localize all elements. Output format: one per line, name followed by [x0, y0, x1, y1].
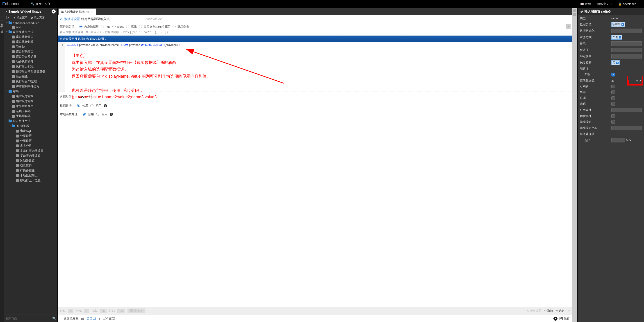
- prop-input[interactable]: [611, 126, 642, 130]
- source-radio[interactable]: [101, 25, 104, 28]
- back-button[interactable]: 返回流程图: [60, 317, 78, 321]
- pin-icon[interactable]: [580, 10, 583, 13]
- code-editor[interactable]: 1 SELECT province value, province name F…: [58, 42, 572, 92]
- add-page-button[interactable]: ⊕添加页面: [31, 16, 44, 19]
- tree-file[interactable]: 绝对尺寸布局: [4, 94, 58, 99]
- tree-file[interactable]: 表头分组: [4, 143, 58, 148]
- x-icon[interactable]: [639, 79, 642, 82]
- tree-file[interactable]: test: [4, 25, 58, 29]
- tree-file[interactable]: 水平垂直居中: [4, 104, 58, 109]
- stub-icon[interactable]: [573, 13, 576, 16]
- tree-folder[interactable]: 事件及动作用法: [4, 29, 58, 34]
- close-icon[interactable]: ✕: [568, 310, 570, 313]
- tree-file[interactable]: 分页设置: [4, 133, 58, 138]
- prop-select[interactable]: 无: [611, 60, 620, 65]
- tree-file[interactable]: 选项卡容器: [4, 109, 58, 114]
- source-radio[interactable]: [79, 25, 82, 28]
- source-radio[interactable]: [172, 25, 176, 28]
- form-settings-button[interactable]: ⚙ 表单设置: [527, 309, 541, 313]
- play-icon[interactable]: ▶: [554, 317, 558, 321]
- source-radio[interactable]: [112, 25, 116, 28]
- prop-input[interactable]: [611, 28, 642, 33]
- tree-file[interactable]: 脚本控制事件过程: [4, 84, 58, 89]
- tree-file[interactable]: 过滤器设置: [4, 158, 58, 163]
- ok-button[interactable]: ✎ 确定: [556, 309, 564, 313]
- redraw-button[interactable]: 重绘制表单: [128, 309, 144, 313]
- close-icon[interactable]: ×: [92, 10, 93, 14]
- tree-file[interactable]: 执行后台JS过程: [4, 79, 58, 84]
- add-menu-button[interactable]: ＋添加菜单: [13, 16, 28, 19]
- tree-file[interactable]: 多条件查询器设置: [4, 148, 58, 153]
- tab-active[interactable]: 输入域绑定数据源 108 ×: [58, 8, 96, 15]
- tree-file[interactable]: 动作执行条件: [4, 59, 58, 64]
- tree-file[interactable]: 窗口影响窗口: [4, 49, 58, 54]
- tree-folder[interactable]: 布局: [4, 89, 58, 94]
- source-radio[interactable]: [126, 25, 129, 28]
- tree-folder[interactable]: 官方组件用法: [4, 119, 58, 124]
- user-menu[interactable]: 🔒developer: [615, 2, 642, 6]
- vtab-global[interactable]: 全局设置: [0, 16, 4, 20]
- prop-checkbox[interactable]: [611, 102, 615, 106]
- tree-file[interactable]: 弹出帧: [4, 44, 58, 49]
- tree-folder[interactable]: 查询器: [4, 124, 58, 128]
- cancel-button[interactable]: ↶ 取消: [544, 309, 552, 313]
- tree-file[interactable]: 行操作按钮: [4, 168, 58, 173]
- info-icon[interactable]: i: [110, 113, 113, 116]
- prop-checkbox[interactable]: [611, 85, 615, 88]
- tree-file[interactable]: 本地数据加工: [4, 173, 58, 178]
- tree-file[interactable]: 提交后台前改变变量值: [4, 69, 58, 74]
- workbench-link[interactable]: 🔧开发工作台: [28, 2, 52, 6]
- format-banner[interactable]: 点击查看组件要求的数据格式说明: [58, 35, 572, 42]
- mock-disable-radio[interactable]: [77, 104, 80, 107]
- tree-file[interactable]: 分组设置: [4, 138, 58, 143]
- tree-file[interactable]: 后台校验: [4, 74, 58, 79]
- language-select[interactable]: 简体中文: [594, 2, 615, 6]
- prop-checkbox[interactable]: [611, 114, 615, 118]
- source-radio[interactable]: [139, 25, 142, 28]
- vtab-http[interactable]: 自定义 Http 接口: [0, 20, 4, 30]
- tree-file[interactable]: 窗口跳转窗口: [4, 34, 58, 39]
- search-icon[interactable]: 🔍: [52, 317, 56, 320]
- tree-file[interactable]: 相对尺寸布局: [4, 99, 58, 104]
- prop-input[interactable]: [611, 41, 642, 46]
- chevron-left-icon[interactable]: ‹: [6, 10, 7, 13]
- prop-checkbox[interactable]: [611, 73, 615, 76]
- prop-input[interactable]: [611, 138, 625, 142]
- vtab-role[interactable]: 角色管理: [0, 12, 4, 16]
- tree-file[interactable]: 窗口弹出及返回: [4, 54, 58, 59]
- window-link[interactable]: 窗口 11: [86, 317, 96, 321]
- search-input[interactable]: [6, 316, 52, 321]
- tree-folder[interactable]: enhancer-scheduler: [4, 21, 58, 25]
- tree-file[interactable]: 初次选择: [4, 163, 58, 168]
- tree-file[interactable]: 窗口跳转到帧: [4, 39, 58, 44]
- float-btn-1[interactable]: ▾: [566, 24, 570, 29]
- save-button[interactable]: 💾 保存: [559, 317, 570, 321]
- prop-checkbox[interactable]: [611, 96, 615, 100]
- localfn-enable-radio[interactable]: [96, 113, 99, 116]
- stub-icon[interactable]: [573, 9, 576, 12]
- tutorial-link[interactable]: 📖教程: [577, 2, 594, 6]
- prop-input[interactable]: [611, 108, 642, 112]
- localfn-disable-radio[interactable]: [83, 113, 86, 116]
- tree-file[interactable]: 执行后台SQL: [4, 64, 58, 69]
- prop-input[interactable]: [611, 54, 642, 58]
- prop-checkbox[interactable]: [611, 90, 615, 94]
- tree-file[interactable]: 手风琴容器: [4, 114, 58, 119]
- prop-select[interactable]: 字符串: [611, 22, 625, 27]
- play-icon[interactable]: ▶: [52, 9, 56, 13]
- prop-select[interactable]: 左边: [611, 35, 622, 40]
- x-icon[interactable]: [629, 139, 632, 142]
- tree-file[interactable]: 复杂查询器设置: [4, 153, 58, 158]
- expand-icon[interactable]: ⤢: [6, 16, 10, 19]
- vtab-page[interactable]: 页面类: [0, 8, 4, 12]
- info-icon[interactable]: i: [104, 104, 107, 107]
- crumb-link[interactable]: 数据源设置: [64, 17, 80, 21]
- prop-checkbox[interactable]: [611, 120, 615, 124]
- tree-file[interactable]: 移动行上下位置: [4, 178, 58, 183]
- mock-enable-radio[interactable]: [90, 104, 94, 107]
- tree-file[interactable]: 绑定SQL: [4, 128, 58, 133]
- code-content[interactable]: SELECT province value, province name FRO…: [65, 42, 572, 92]
- pencil-icon[interactable]: [636, 79, 638, 82]
- prop-input[interactable]: [611, 48, 642, 52]
- pencil-icon[interactable]: [626, 139, 628, 142]
